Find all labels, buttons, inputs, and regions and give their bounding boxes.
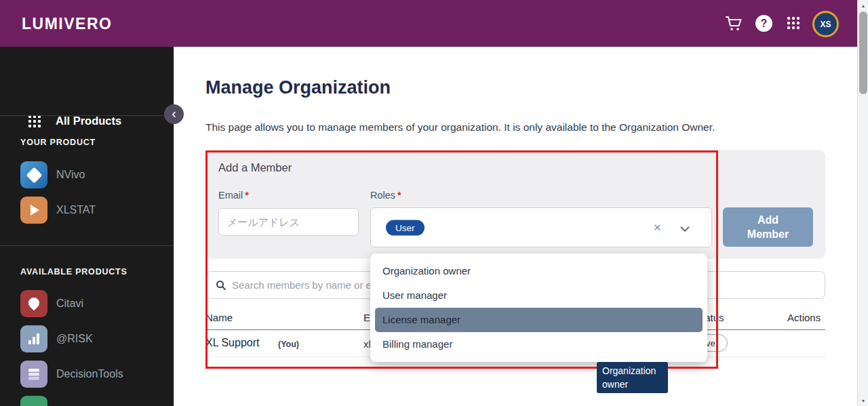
product-icon bbox=[20, 396, 47, 406]
lumivero-logo: LUMIVERO bbox=[22, 14, 112, 33]
roles-multiselect[interactable]: User ✕ bbox=[370, 207, 712, 247]
add-member-title: Add a Member bbox=[218, 161, 292, 174]
role-badge: Organization owner bbox=[597, 362, 668, 393]
page-scrollbar[interactable]: ▲ ▼ bbox=[857, 0, 868, 406]
add-member-button[interactable]: Add Member bbox=[723, 207, 813, 247]
page: LUMIVERO ? XS bbox=[0, 0, 868, 406]
clear-icon[interactable]: ✕ bbox=[653, 222, 662, 234]
roles-option-organization-owner[interactable]: Organization owner bbox=[370, 259, 707, 283]
sidebar-item-nvivo[interactable]: NVivo bbox=[20, 161, 85, 188]
scrollbar-down-arrow[interactable]: ▼ bbox=[858, 395, 868, 406]
app-launcher-icon[interactable] bbox=[787, 16, 800, 33]
sidebar-item-atrisk[interactable]: @RISK bbox=[20, 325, 93, 352]
help-icon[interactable]: ? bbox=[755, 15, 772, 32]
roles-option-license-manager[interactable]: License manager bbox=[375, 308, 703, 332]
sidebar-item-all-products[interactable]: All Products bbox=[28, 115, 121, 127]
sidebar-divider bbox=[0, 245, 174, 246]
citavi-label: Citavi bbox=[56, 298, 83, 310]
email-label: Email* bbox=[218, 190, 249, 201]
atrisk-label: @RISK bbox=[56, 333, 93, 345]
decisiontools-label: DecisionTools bbox=[56, 368, 123, 380]
chevron-down-icon[interactable] bbox=[680, 222, 690, 235]
column-header-name: Name bbox=[205, 312, 233, 323]
xlstat-label: XLSTAT bbox=[56, 204, 96, 216]
all-products-label: All Products bbox=[56, 115, 121, 127]
sidebar-item-partial[interactable] bbox=[20, 396, 47, 406]
sidebar: All Products YOUR PRODUCT NVivo XLSTAT A… bbox=[0, 47, 174, 406]
user-avatar[interactable]: XS bbox=[812, 11, 839, 37]
roles-dropdown: Organization owner User manager License … bbox=[370, 253, 707, 362]
nvivo-icon bbox=[20, 161, 47, 188]
sidebar-item-xlstat[interactable]: XLSTAT bbox=[20, 197, 96, 224]
help-glyph: ? bbox=[761, 18, 768, 30]
cart-icon[interactable] bbox=[725, 15, 743, 35]
you-tag: (You) bbox=[278, 340, 299, 349]
roles-label: Roles* bbox=[370, 190, 401, 201]
scrollbar-up-arrow[interactable]: ▲ bbox=[858, 0, 868, 11]
xlstat-icon bbox=[20, 197, 47, 224]
required-asterisk: * bbox=[245, 190, 249, 201]
roles-option-user-manager[interactable]: User manager bbox=[370, 283, 707, 308]
decisiontools-icon bbox=[20, 361, 47, 388]
required-asterisk: * bbox=[397, 190, 401, 201]
email-label-text: Email bbox=[218, 190, 243, 201]
top-header: LUMIVERO ? XS bbox=[0, 0, 857, 47]
your-product-section-label: YOUR PRODUCT bbox=[20, 138, 96, 147]
chevron-left-icon: ‹ bbox=[172, 106, 176, 120]
search-icon bbox=[216, 280, 226, 291]
sidebar-item-decisiontools[interactable]: DecisionTools bbox=[20, 361, 123, 388]
scrollbar-thumb[interactable] bbox=[859, 12, 867, 94]
atrisk-icon bbox=[20, 325, 47, 352]
available-products-section-label: AVAILABLE PRODUCTS bbox=[20, 267, 127, 277]
avatar-initials: XS bbox=[820, 20, 831, 29]
grid-icon bbox=[28, 115, 41, 127]
roles-option-billing-manager[interactable]: Billing manager bbox=[370, 332, 707, 357]
page-description: This page allows you to manage members o… bbox=[205, 121, 802, 134]
nvivo-label: NVivo bbox=[56, 169, 85, 181]
email-field[interactable] bbox=[218, 208, 359, 236]
column-header-actions: Actions bbox=[787, 312, 821, 323]
selected-role-chip: User bbox=[386, 220, 425, 235]
sidebar-content-divider bbox=[174, 47, 174, 406]
roles-label-text: Roles bbox=[370, 190, 395, 201]
sidebar-divider bbox=[0, 115, 174, 116]
page-title: Manage Organization bbox=[205, 77, 391, 98]
member-name: XL Support bbox=[205, 337, 259, 349]
sidebar-item-citavi[interactable]: Citavi bbox=[20, 290, 83, 317]
sidebar-collapse-button[interactable]: ‹ bbox=[164, 104, 184, 124]
citavi-icon bbox=[20, 290, 47, 317]
